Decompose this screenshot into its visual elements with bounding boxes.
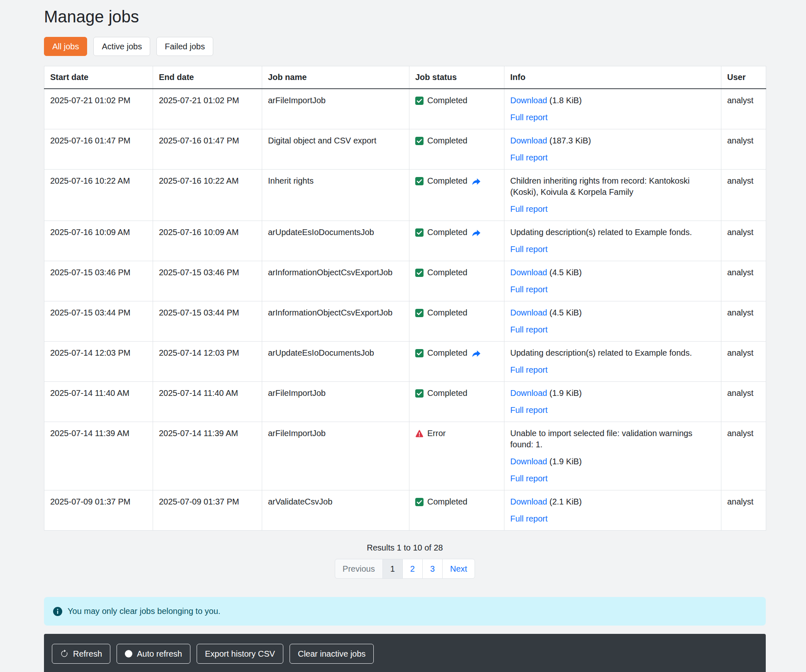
download-size: (4.5 KiB) xyxy=(550,268,582,277)
job-user: analyst xyxy=(721,170,766,221)
job-info-cell: Download (1.9 KiB) Full report xyxy=(504,382,721,422)
full-report-link[interactable]: Full report xyxy=(510,365,548,374)
clear-inactive-jobs-label: Clear inactive jobs xyxy=(298,648,365,659)
job-status-text: Completed xyxy=(427,347,468,359)
full-report-link[interactable]: Full report xyxy=(510,153,548,162)
job-name: arInformationObjectCsvExportJob xyxy=(262,261,409,301)
download-link[interactable]: Download xyxy=(510,388,547,398)
job-status-text: Error xyxy=(427,428,446,439)
filter-all-jobs-button[interactable]: All jobs xyxy=(44,37,87,56)
table-row: 2025-07-15 03:44 PM 2025-07-15 03:44 PM … xyxy=(44,301,766,342)
full-report-link[interactable]: Full report xyxy=(510,245,548,254)
completed-check-icon xyxy=(415,498,424,506)
table-row: 2025-07-16 01:47 PM 2025-07-16 01:47 PM … xyxy=(44,129,766,170)
info-circle-icon xyxy=(53,607,62,616)
job-start-date: 2025-07-09 01:37 PM xyxy=(44,490,153,531)
pagination-page-2[interactable]: 2 xyxy=(402,559,423,579)
job-user: analyst xyxy=(721,382,766,422)
job-name: Inherit rights xyxy=(262,170,409,221)
job-name: arInformationObjectCsvExportJob xyxy=(262,301,409,342)
full-report-link[interactable]: Full report xyxy=(510,113,548,122)
job-user: analyst xyxy=(721,422,766,490)
completed-check-icon xyxy=(415,177,424,185)
table-row: 2025-07-14 11:39 AM 2025-07-14 11:39 AM … xyxy=(44,422,766,490)
job-status-text: Completed xyxy=(427,307,468,318)
download-link[interactable]: Download xyxy=(510,497,547,506)
full-report-link[interactable]: Full report xyxy=(510,204,548,213)
job-info-message: Children inheriting rights from record: … xyxy=(510,175,715,198)
page-title: Manage jobs xyxy=(44,7,766,26)
job-status-cell: Completed xyxy=(409,129,504,170)
full-report-link[interactable]: Full report xyxy=(510,474,548,483)
job-user: analyst xyxy=(721,221,766,261)
download-link[interactable]: Download xyxy=(510,457,547,466)
job-start-date: 2025-07-15 03:46 PM xyxy=(44,261,153,301)
job-name: arValidateCsvJob xyxy=(262,490,409,531)
job-status-text: Completed xyxy=(427,496,468,507)
completed-check-icon xyxy=(415,389,424,398)
download-link[interactable]: Download xyxy=(510,308,547,317)
table-row: 2025-07-16 10:22 AM 2025-07-16 10:22 AM … xyxy=(44,170,766,221)
job-start-date: 2025-07-14 11:40 AM xyxy=(44,382,153,422)
table-row: 2025-07-14 11:40 AM 2025-07-14 11:40 AM … xyxy=(44,382,766,422)
job-user: analyst xyxy=(721,342,766,382)
auto-refresh-circle-icon xyxy=(125,650,132,657)
download-size: (4.5 KiB) xyxy=(550,308,582,317)
column-header-start-date: Start date xyxy=(44,66,153,89)
job-status-text: Completed xyxy=(427,267,468,278)
completed-check-icon xyxy=(415,137,424,145)
download-size: (187.3 KiB) xyxy=(550,136,591,145)
job-info-message: Updating description(s) related to Examp… xyxy=(510,347,715,359)
job-info-message: Updating description(s) related to Examp… xyxy=(510,227,715,238)
content-container: Manage jobs All jobs Active jobs Failed … xyxy=(44,0,766,672)
job-user: analyst xyxy=(721,89,766,129)
job-status-cell: Completed xyxy=(409,342,504,382)
download-link[interactable]: Download xyxy=(510,96,547,105)
pagination-previous[interactable]: Previous xyxy=(335,559,383,579)
job-info-cell: Download (1.8 KiB) Full report xyxy=(504,89,721,129)
pagination-next[interactable]: Next xyxy=(442,559,475,579)
job-end-date: 2025-07-16 10:22 AM xyxy=(153,170,262,221)
job-name: arFileImportJob xyxy=(262,382,409,422)
download-link[interactable]: Download xyxy=(510,268,547,277)
refresh-icon xyxy=(60,650,68,658)
job-start-date: 2025-07-15 03:44 PM xyxy=(44,301,153,342)
download-size: (1.8 KiB) xyxy=(550,96,582,105)
job-start-date: 2025-07-16 10:22 AM xyxy=(44,170,153,221)
refresh-button[interactable]: Refresh xyxy=(52,644,110,664)
pagination-page-1[interactable]: 1 xyxy=(382,559,403,579)
job-start-date: 2025-07-14 11:39 AM xyxy=(44,422,153,490)
job-end-date: 2025-07-16 01:47 PM xyxy=(153,129,262,170)
job-start-date: 2025-07-16 10:09 AM xyxy=(44,221,153,261)
share-arrow-icon xyxy=(471,228,480,237)
download-link[interactable]: Download xyxy=(510,136,547,145)
error-triangle-icon xyxy=(415,429,424,438)
job-end-date: 2025-07-14 11:40 AM xyxy=(153,382,262,422)
job-status-cell: Completed xyxy=(409,301,504,342)
download-size: (1.9 KiB) xyxy=(550,388,582,398)
completed-check-icon xyxy=(415,97,424,105)
filter-active-jobs-button[interactable]: Active jobs xyxy=(93,37,150,56)
filter-failed-jobs-button[interactable]: Failed jobs xyxy=(156,37,213,56)
full-report-link[interactable]: Full report xyxy=(510,325,548,334)
clear-inactive-jobs-button[interactable]: Clear inactive jobs xyxy=(290,644,374,664)
job-filter-tabs: All jobs Active jobs Failed jobs xyxy=(44,37,766,56)
job-status-text: Completed xyxy=(427,227,468,238)
actions-bar: Refresh Auto refresh Export history CSV … xyxy=(44,634,766,672)
job-info-cell: Download (187.3 KiB) Full report xyxy=(504,129,721,170)
pagination-page-3[interactable]: 3 xyxy=(422,559,443,579)
auto-refresh-button[interactable]: Auto refresh xyxy=(117,644,190,664)
full-report-link[interactable]: Full report xyxy=(510,285,548,294)
job-info-cell: Children inheriting rights from record: … xyxy=(504,170,721,221)
job-status-text: Completed xyxy=(427,175,468,187)
job-user: analyst xyxy=(721,490,766,531)
full-report-link[interactable]: Full report xyxy=(510,514,548,523)
column-header-end-date: End date xyxy=(153,66,262,89)
completed-check-icon xyxy=(415,349,424,357)
job-status-cell: Completed xyxy=(409,490,504,531)
column-header-job-status: Job status xyxy=(409,66,504,89)
job-status-text: Completed xyxy=(427,135,468,146)
export-history-csv-button[interactable]: Export history CSV xyxy=(197,644,283,664)
column-header-info: Info xyxy=(504,66,721,89)
full-report-link[interactable]: Full report xyxy=(510,405,548,415)
